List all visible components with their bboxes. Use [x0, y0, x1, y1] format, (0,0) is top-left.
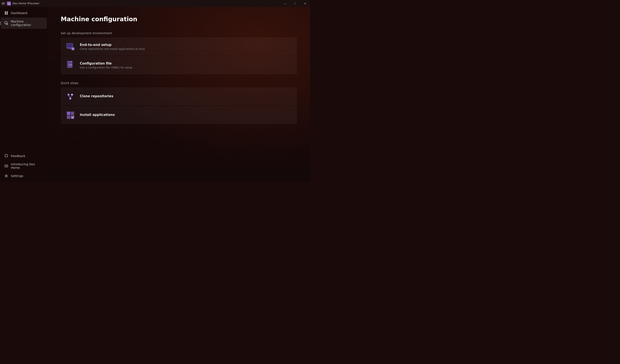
- minimize-button[interactable]: —: [280, 0, 290, 7]
- config-file-title: Configuration file: [80, 61, 132, 65]
- sidebar: Dashboard Machine configuration: [0, 7, 48, 182]
- sidebar-item-settings[interactable]: Settings: [1, 172, 47, 180]
- section-setup: Set up development environment: [61, 31, 297, 74]
- feedback-icon: [4, 154, 8, 158]
- svg-rect-9: [68, 48, 71, 49]
- settings-icon: [4, 174, 8, 178]
- quick-steps-card-list: Clone repositories: [61, 87, 297, 124]
- app-body: Dashboard Machine configuration: [0, 7, 310, 182]
- svg-point-18: [68, 94, 69, 95]
- install-apps-text: Install applications: [80, 113, 115, 117]
- config-file-description: Use a configuration file (YAML) for setu…: [80, 66, 132, 69]
- page-title: Machine configuration: [61, 15, 297, 23]
- svg-rect-22: [67, 116, 70, 119]
- section-setup-title: Set up development environment: [61, 31, 297, 35]
- section-quick-steps: Quick steps: [61, 81, 297, 124]
- config-icon: </>: [65, 60, 76, 71]
- sidebar-item-feedback[interactable]: Feedback: [1, 152, 47, 160]
- install-icon: [65, 110, 76, 120]
- close-button[interactable]: ✕: [300, 0, 310, 7]
- svg-point-11: [72, 47, 74, 50]
- dashboard-icon: [4, 11, 8, 15]
- e2e-setup-description: Clone repositories and install applicati…: [80, 47, 145, 50]
- e2e-setup-title: End-to-end setup: [80, 43, 145, 47]
- svg-rect-23: [71, 112, 74, 115]
- sidebar-bottom: Feedback Introducing Dev Home: [0, 150, 48, 180]
- sidebar-label-settings: Settings: [11, 174, 23, 178]
- clone-repos-text: Clone repositories: [80, 94, 113, 99]
- install-apps-title: Install applications: [80, 113, 115, 117]
- sidebar-label-machine-configuration: Machine configuration: [11, 20, 43, 27]
- clone-icon: [65, 91, 76, 102]
- hamburger-menu-icon[interactable]: [2, 2, 5, 5]
- svg-point-19: [71, 94, 73, 95]
- main-content: Machine configuration Set up development…: [48, 7, 310, 182]
- sidebar-label-feedback: Feedback: [11, 154, 25, 158]
- sidebar-label-introducing: Introducing Dev Home: [11, 162, 43, 169]
- maximize-button[interactable]: □: [290, 0, 300, 7]
- svg-rect-24: [71, 116, 74, 119]
- card-config-file[interactable]: </> Configuration file Use a configurati…: [61, 56, 297, 74]
- svg-text:</>: </>: [69, 64, 72, 66]
- introducing-icon: [4, 164, 8, 168]
- sidebar-item-dashboard[interactable]: Dashboard: [1, 9, 47, 17]
- titlebar-controls: — □ ✕: [280, 0, 310, 7]
- titlebar-left: Dev Home (Preview): [2, 1, 39, 5]
- svg-point-5: [6, 175, 7, 176]
- titlebar-title: Dev Home (Preview): [13, 2, 39, 5]
- sidebar-label-dashboard: Dashboard: [11, 11, 27, 15]
- card-install-apps[interactable]: Install applications: [61, 106, 297, 124]
- svg-rect-21: [67, 112, 70, 115]
- svg-rect-7: [67, 44, 72, 47]
- e2e-icon: [65, 41, 76, 52]
- machine-icon: [4, 21, 8, 25]
- card-clone-repos[interactable]: Clone repositories: [61, 87, 297, 105]
- titlebar: Dev Home (Preview) — □ ✕: [0, 0, 310, 7]
- sidebar-item-machine-configuration[interactable]: Machine configuration: [1, 17, 47, 29]
- sidebar-item-introducing[interactable]: Introducing Dev Home: [1, 160, 47, 172]
- section-quick-steps-title: Quick steps: [61, 81, 297, 85]
- setup-card-list: End-to-end setup Clone repositories and …: [61, 38, 297, 74]
- e2e-setup-text: End-to-end setup Clone repositories and …: [80, 43, 145, 50]
- app-icon: [7, 1, 11, 5]
- card-e2e-setup[interactable]: End-to-end setup Clone repositories and …: [61, 38, 297, 56]
- clone-repos-title: Clone repositories: [80, 94, 113, 98]
- svg-point-20: [70, 98, 71, 99]
- config-file-text: Configuration file Use a configuration f…: [80, 61, 132, 69]
